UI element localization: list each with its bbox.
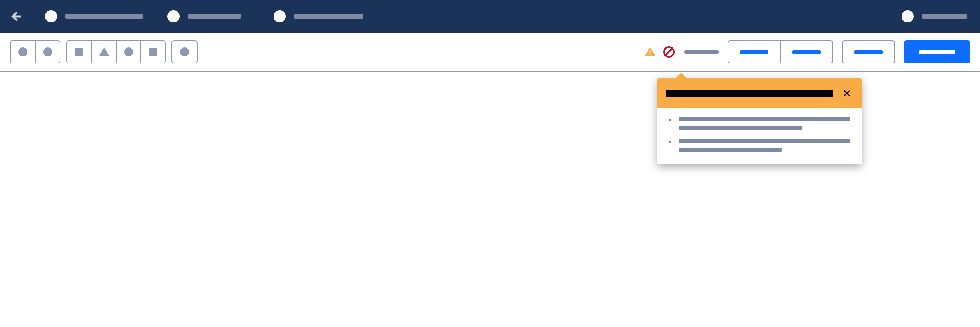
tool-button[interactable]	[67, 41, 91, 63]
user-menu[interactable]	[895, 10, 973, 22]
primary-button[interactable]	[904, 40, 970, 63]
tool-groups	[10, 40, 198, 63]
status-label	[684, 50, 719, 54]
popover-item-text	[679, 117, 850, 121]
bullet-icon	[669, 119, 671, 121]
warning-triangle-icon[interactable]	[644, 45, 657, 58]
tool-group	[66, 40, 166, 63]
tab-label	[294, 14, 363, 19]
toolbar	[0, 33, 980, 72]
tab-label	[65, 14, 143, 19]
svg-rect-0	[650, 50, 651, 53]
tab-icon	[45, 10, 57, 22]
outline-button[interactable]	[842, 40, 895, 63]
circle-icon	[18, 47, 27, 56]
toolbar-right	[644, 40, 970, 63]
circle-icon	[180, 47, 189, 56]
tool-button[interactable]	[172, 41, 197, 63]
topbar-tabs	[33, 0, 376, 33]
bullet-icon	[669, 141, 671, 143]
tool-group	[10, 40, 60, 63]
circle-icon	[43, 47, 52, 56]
svg-rect-1	[650, 54, 651, 55]
warning-popover: Close	[657, 78, 862, 164]
back-button[interactable]: Back	[0, 0, 33, 33]
tool-button[interactable]	[35, 41, 60, 63]
popover-close-button[interactable]: Close	[841, 87, 853, 99]
user-name	[922, 14, 967, 19]
status-icons	[644, 45, 675, 58]
popover-body	[657, 108, 862, 164]
square-icon	[149, 48, 157, 56]
tool-button[interactable]	[11, 41, 35, 63]
popover-item-text	[679, 126, 802, 130]
popover-item-text	[679, 148, 782, 152]
svg-line-3	[666, 49, 672, 55]
segmented-buttons	[728, 40, 833, 63]
popover-item	[669, 117, 850, 130]
avatar	[902, 10, 914, 22]
popover-item	[669, 139, 850, 152]
tool-button[interactable]	[140, 41, 165, 63]
top-navbar: Back	[0, 0, 980, 33]
tool-button[interactable]	[116, 41, 140, 63]
topbar-tab[interactable]	[33, 0, 155, 33]
segmented-button[interactable]	[780, 41, 832, 63]
tab-icon	[274, 10, 286, 22]
topbar-tab[interactable]	[155, 0, 261, 33]
popover-title	[666, 90, 833, 97]
popover-header: Close	[657, 78, 862, 108]
segmented-button[interactable]	[728, 41, 780, 63]
popover-item-text	[679, 139, 850, 143]
tab-icon	[167, 10, 180, 22]
prohibit-circle-icon[interactable]	[662, 45, 675, 58]
tool-group	[172, 40, 198, 63]
triangle-icon	[99, 47, 109, 56]
tab-label	[188, 14, 241, 19]
tool-button[interactable]	[91, 41, 116, 63]
square-icon	[75, 48, 83, 56]
close-icon	[842, 89, 851, 98]
topbar-tab[interactable]	[261, 0, 376, 33]
circle-icon	[124, 47, 133, 56]
arrow-left-icon	[9, 9, 23, 23]
